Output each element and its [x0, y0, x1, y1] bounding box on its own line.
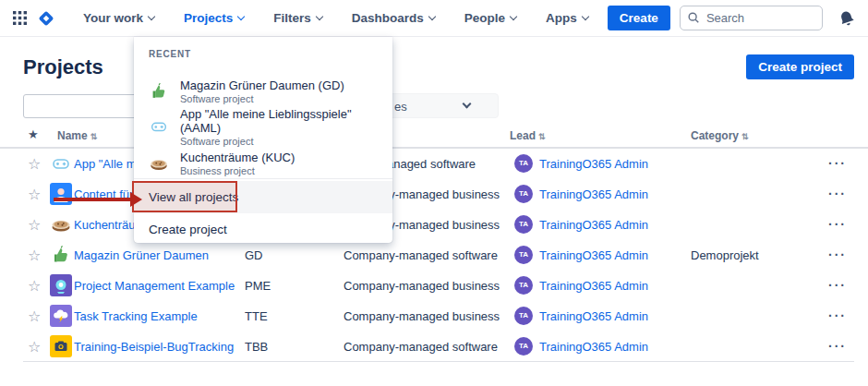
nav-projects[interactable]: Projects	[178, 6, 249, 30]
lead-avatar: TA	[514, 276, 533, 295]
global-search	[680, 6, 823, 30]
project-key: PME	[245, 278, 271, 292]
search-input[interactable]	[680, 6, 823, 30]
row-actions-button[interactable]: ···	[828, 339, 847, 354]
nav-apps-label: Apps	[546, 11, 577, 25]
nav-filters[interactable]: Filters	[268, 6, 328, 30]
favorite-star-icon[interactable]: ☆	[28, 276, 41, 294]
favorite-star-icon[interactable]: ☆	[28, 307, 41, 324]
menu-project-name: Magazin Grüner Daumen (GD)	[180, 78, 344, 92]
row-actions-button[interactable]: ···	[828, 217, 847, 232]
game-controller-icon	[50, 152, 72, 175]
nav-your-work[interactable]: Your work	[78, 6, 160, 30]
table-row: ☆ Training-Beispiel-BugTracking TBB Comp…	[0, 331, 868, 361]
create-button[interactable]: Create	[608, 6, 670, 30]
menu-item-recent-project[interactable]: App "Alle meine Lieblingsspiele" (AAML) …	[134, 109, 392, 144]
column-header-lead[interactable]: Lead⇅	[510, 129, 546, 142]
row-actions-button[interactable]: ···	[828, 278, 847, 293]
row-actions-button[interactable]: ···	[828, 187, 847, 201]
favorite-star-icon[interactable]: ☆	[28, 337, 41, 355]
table-row: ☆ Task Tracking Example TTE Company-mana…	[0, 300, 868, 331]
menu-divider	[134, 178, 392, 179]
lead-link[interactable]: TrainingO365 Admin	[539, 247, 648, 261]
project-name-link[interactable]: Content für	[74, 187, 133, 200]
project-name-link[interactable]: Task Tracking Example	[74, 308, 198, 322]
lead-avatar: TA	[514, 307, 533, 325]
chevron-down-icon	[510, 13, 517, 20]
lead-link[interactable]: TrainingO365 Admin	[539, 187, 648, 200]
project-icon	[50, 274, 72, 296]
favorite-star-icon[interactable]: ☆	[28, 215, 41, 233]
menu-project-name: App "Alle meine Lieblingsspiele" (AAML)	[180, 107, 378, 135]
menu-item-recent-project[interactable]: Magazin Grüner Daumen (GD) Software proj…	[134, 74, 392, 109]
nav-projects-label: Projects	[184, 11, 233, 25]
menu-project-name: Kuchenträume (KUC)	[180, 151, 295, 164]
create-project-button[interactable]: Create project	[746, 54, 854, 79]
jira-logo-icon[interactable]	[36, 6, 56, 30]
table-row: ☆ Project Management Example PME Company…	[0, 270, 868, 300]
project-key: GD	[245, 247, 263, 261]
lead-link[interactable]: TrainingO365 Admin	[539, 278, 648, 292]
thumbs-up-icon	[149, 81, 169, 102]
jira-projects-page: Your work Projects Filters Dashboards Pe…	[0, 0, 868, 386]
sort-icon: ⇅	[538, 132, 546, 141]
project-category: Demoprojekt	[691, 247, 759, 261]
menu-project-type: Business project	[180, 165, 295, 176]
notifications-bell-icon[interactable]	[837, 8, 857, 29]
chevron-down-icon	[237, 13, 245, 20]
project-name-link[interactable]: Magazin Grüner Daumen	[74, 247, 209, 261]
lead-avatar: TA	[514, 154, 533, 173]
filter-selected-value: es	[394, 100, 407, 114]
nav-dashboards-label: Dashboards	[352, 11, 424, 25]
project-name-link[interactable]: Project Management Example	[74, 278, 235, 292]
page-title: Projects	[23, 55, 103, 79]
menu-item-recent-project[interactable]: Kuchenträume (KUC) Business project	[134, 146, 392, 181]
chevron-down-icon	[316, 13, 323, 20]
project-type: Company-managed software	[344, 339, 498, 353]
sort-icon: ⇅	[90, 132, 98, 141]
row-actions-button[interactable]: ···	[828, 308, 847, 323]
top-navigation-bar: Your work Projects Filters Dashboards Pe…	[0, 0, 868, 37]
row-actions-button[interactable]: ···	[828, 247, 847, 262]
person-icon	[50, 183, 72, 205]
app-switcher-icon[interactable]	[13, 6, 27, 30]
game-controller-icon	[149, 116, 169, 137]
lead-link[interactable]: TrainingO365 Admin	[539, 217, 648, 231]
project-key: TTE	[245, 308, 268, 322]
storm-cloud-icon	[50, 305, 72, 327]
project-name-link[interactable]: Training-Beispiel-BugTracking	[74, 339, 234, 353]
chevron-down-icon	[582, 13, 589, 20]
menu-item-create-project[interactable]: Create project	[134, 213, 392, 246]
favorite-star-icon[interactable]: ☆	[28, 154, 41, 172]
column-header-name[interactable]: Name⇅	[57, 129, 97, 142]
nav-filters-label: Filters	[273, 11, 311, 25]
column-header-category[interactable]: Category⇅	[691, 129, 749, 142]
lead-link[interactable]: TrainingO365 Admin	[539, 156, 648, 170]
lead-link[interactable]: TrainingO365 Admin	[539, 308, 648, 322]
lead-link[interactable]: TrainingO365 Admin	[539, 339, 648, 353]
lead-avatar: TA	[514, 246, 533, 264]
search-icon	[687, 11, 700, 28]
menu-item-view-all-projects[interactable]: View all projects	[134, 181, 392, 213]
favorite-star-icon[interactable]: ☆	[28, 246, 41, 263]
table-row: ☆ Magazin Grüner Daumen GD Company-manag…	[0, 239, 868, 270]
grid-icon	[13, 11, 27, 25]
thumbs-up-icon	[50, 244, 72, 266]
nav-right-cluster: ? ⚙ TA	[680, 6, 868, 30]
favorite-star-icon[interactable]: ☆	[28, 185, 41, 202]
lead-avatar: TA	[514, 185, 533, 203]
nav-people-label: People	[464, 11, 505, 25]
lead-avatar: TA	[514, 215, 533, 234]
table-row: ☆ Kuchenträume Company-managed business …	[0, 209, 868, 239]
row-actions-button[interactable]: ···	[828, 156, 847, 171]
table-row: ☆ Content für Company-managed business T…	[0, 178, 868, 209]
sort-icon: ⇅	[741, 132, 749, 141]
table-bottom-divider	[23, 361, 854, 362]
project-type: Company-managed business	[344, 278, 500, 292]
nav-apps[interactable]: Apps	[540, 6, 594, 30]
table-row: ☆ App "Alle meine Lieblingsspiele" Team-…	[0, 148, 868, 178]
recent-section-label: RECENT	[149, 49, 191, 59]
nav-dashboards[interactable]: Dashboards	[346, 6, 440, 30]
nav-people[interactable]: People	[459, 6, 522, 30]
star-column-header-icon[interactable]: ★	[28, 127, 39, 141]
